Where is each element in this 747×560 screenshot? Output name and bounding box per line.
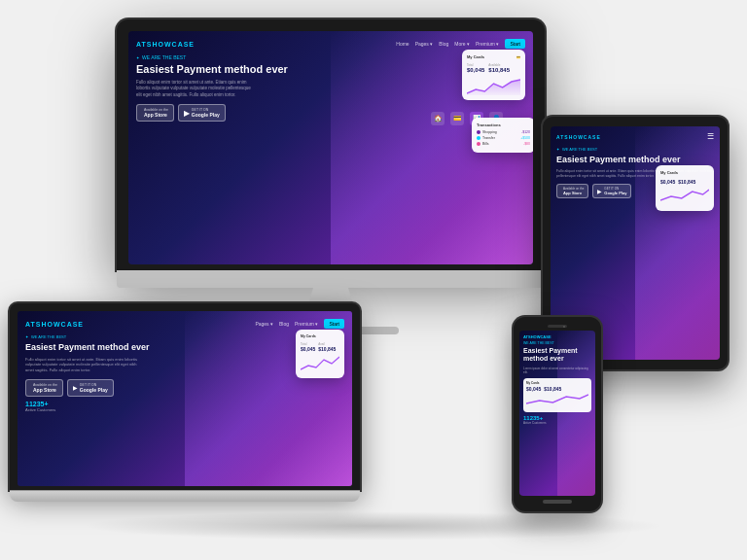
nav-cta-button[interactable]: Start	[505, 39, 525, 49]
scene: ATSHOWCASE Home Pages ▾ Blog More ▾ Prem…	[0, 0, 747, 560]
graph-svg	[467, 76, 520, 95]
tx-item-3: Bills -$80	[477, 142, 530, 146]
phone-stat-label: Active Customers	[523, 421, 591, 425]
laptop-nav-blog: Blog	[279, 321, 289, 327]
imac-navbar: ATSHOWCASE Home Pages ▾ Blog More ▾ Prem…	[136, 39, 525, 49]
device-shadow	[82, 511, 665, 541]
laptop-hero-text: WE ARE THE BEST Easiest Payment method e…	[25, 334, 257, 412]
tx-dot-1	[477, 130, 480, 134]
laptop-nav-logo: ATSHOWCASE	[25, 321, 84, 328]
laptop-card-header: My Cards	[301, 334, 339, 338]
laptop-balance2: Avail $10,845	[318, 342, 336, 352]
laptop-hero-area: WE ARE THE BEST Easiest Payment method e…	[25, 334, 344, 412]
laptop-graph-svg	[301, 354, 339, 371]
tx-amount-1: -$120	[521, 130, 530, 134]
imac-card-header: My Cards 💳	[467, 54, 520, 59]
laptop-navbar: ATSHOWCASE Pages ▾ Blog Premium ▾ Start	[25, 319, 344, 329]
laptop-stats: 11235+ Active Customers	[25, 401, 253, 412]
imac-hero-area: WE ARE THE BEST Easiest Payment method e…	[136, 54, 525, 125]
laptop-balance1: Total $0,045	[301, 342, 315, 352]
imac-hero-text: WE ARE THE BEST Easiest Payment method e…	[136, 54, 409, 125]
imac-icon-2: 💳	[450, 112, 464, 125]
laptop-screen-content: ATSHOWCASE Pages ▾ Blog Premium ▾ Start …	[18, 311, 352, 486]
laptop-googleplay-name: Google Play	[80, 387, 108, 393]
laptop-hero-subtitle: WE ARE THE BEST	[25, 334, 253, 339]
laptop-appstore-sub: Available on the	[33, 383, 57, 387]
imac-nav-logo: ATSHOWCASE	[136, 41, 195, 48]
imac-hero-subtitle: WE ARE THE BEST	[136, 54, 405, 60]
nav-pages: Pages ▾	[415, 41, 434, 47]
appstore-sub: Available on the	[144, 108, 168, 112]
tx-label-2: Transfer	[482, 136, 495, 140]
imac-main-card: My Cards 💳 Total $0,045 Availa	[462, 50, 525, 100]
laptop-bottom	[10, 490, 360, 502]
tablet-card-mockup: My Cards $0,045 $10,845	[656, 165, 714, 211]
tx-item-2: Transfer +$500	[477, 136, 530, 140]
icon-home: 🏠	[434, 115, 443, 122]
tx-dot-3	[477, 142, 480, 146]
phone-screen-content: ATSHOWCASE WE ARE THE BEST Easiest Payme…	[519, 331, 595, 496]
laptop-nav-premium: Premium ▾	[295, 321, 318, 327]
balance2-value: $10,845	[488, 67, 510, 73]
phone-desc: Lorem ipsum dolor sit amet consectetur a…	[523, 367, 591, 374]
phone-camera	[563, 326, 565, 328]
phone-screen: ATSHOWCASE WE ARE THE BEST Easiest Payme…	[519, 331, 595, 496]
tablet-googleplay-button[interactable]: ▶ GET IT ON Google Play	[592, 184, 631, 198]
tablet-menu-icon[interactable]: ☰	[707, 132, 714, 141]
laptop-googleplay-button[interactable]: ▶ GET IT ON Google Play	[67, 379, 114, 397]
laptop-appstore-name: App Store	[33, 387, 57, 393]
imac-balances: Total $0,045 Available $10,845	[467, 63, 520, 73]
phone-home-bar	[543, 500, 572, 504]
tablet-inner-card: My Cards $0,045 $10,845	[656, 165, 714, 211]
tx-item-1: Shopping -$120	[477, 130, 530, 134]
tx-label-3: Bills	[482, 142, 488, 146]
imac-nav-links: Home Pages ▾ Blog More ▾ Premium ▾ Start	[396, 39, 525, 49]
phone-stats: 11235+ Active Customers	[523, 415, 591, 425]
icon-card: 💳	[453, 115, 462, 122]
balance1-value: $0,045	[467, 67, 484, 73]
googleplay-name: Google Play	[192, 112, 220, 118]
tx-label-1: Shopping	[482, 130, 497, 134]
tablet-appstore-button[interactable]: Available on the App Store	[556, 184, 588, 198]
laptop-stat: 11235+ Active Customers	[25, 401, 55, 412]
tablet-hero-title: Easiest Payment method ever	[556, 155, 714, 165]
laptop-nav-links: Pages ▾ Blog Premium ▾ Start	[255, 319, 344, 329]
laptop-nav-cta[interactable]: Start	[324, 319, 344, 329]
laptop-appstore-button[interactable]: Available on the App Store	[25, 379, 63, 397]
laptop-stat-number: 11235+	[25, 401, 55, 407]
imac-transactions-card: Transactions Shopping -$120 Transfer +$	[472, 118, 533, 153]
appstore-name: App Store	[144, 112, 168, 118]
phone-graph-svg	[526, 394, 588, 405]
imac-card-title: My Cards	[467, 54, 484, 59]
tablet-googleplay-name: Google Play	[604, 191, 626, 195]
imac-hero-desc: Fullo aliquot enim tortor sit amet ut an…	[136, 80, 253, 98]
laptop-balances: Total $0,045 Avail $10,845	[301, 342, 339, 352]
phone-logo: ATSHOWCASE	[523, 334, 591, 339]
phone-mini-card: My Cards $0,045 $10,845	[523, 378, 591, 412]
nav-more: More ▾	[454, 41, 470, 47]
nav-premium: Premium ▾	[476, 41, 499, 47]
tx-dot-2	[477, 136, 480, 140]
tablet-inner-card-header: My Cards	[660, 170, 709, 175]
tablet-play-icon: ▶	[597, 188, 602, 194]
tablet-appstore-name: App Store	[563, 191, 584, 195]
laptop-googleplay-sub: GET IT ON	[80, 383, 108, 387]
phone-balance1: $0,045	[526, 386, 541, 392]
laptop-screen-outer: ATSHOWCASE Pages ▾ Blog Premium ▾ Start …	[10, 303, 360, 490]
laptop-balance2-value: $10,845	[318, 346, 336, 352]
googleplay-sub: GET IT ON	[192, 108, 220, 112]
googleplay-text: GET IT ON Google Play	[192, 108, 220, 118]
imac-card-graph	[467, 76, 520, 95]
tablet-navbar: ATSHOWCASE ☰	[556, 132, 714, 141]
imac-appstore-button[interactable]: Available on the App Store	[136, 104, 174, 122]
imac-screen-content: ATSHOWCASE Home Pages ▾ Blog More ▾ Prem…	[128, 31, 533, 264]
tx-amount-2: +$500	[520, 136, 530, 140]
laptop-card-graph	[301, 354, 339, 373]
play-icon: ▶	[184, 109, 190, 118]
imac-phone-mockups: My Cards 💳 Total $0,045 Availa	[409, 54, 525, 125]
transactions-title: Transactions	[477, 122, 530, 127]
phone-card-balances: $0,045 $10,845	[526, 386, 588, 392]
phone-subtitle: WE ARE THE BEST	[523, 341, 591, 345]
imac-googleplay-button[interactable]: ▶ GET IT ON Google Play	[178, 104, 226, 122]
svg-marker-0	[467, 80, 520, 95]
